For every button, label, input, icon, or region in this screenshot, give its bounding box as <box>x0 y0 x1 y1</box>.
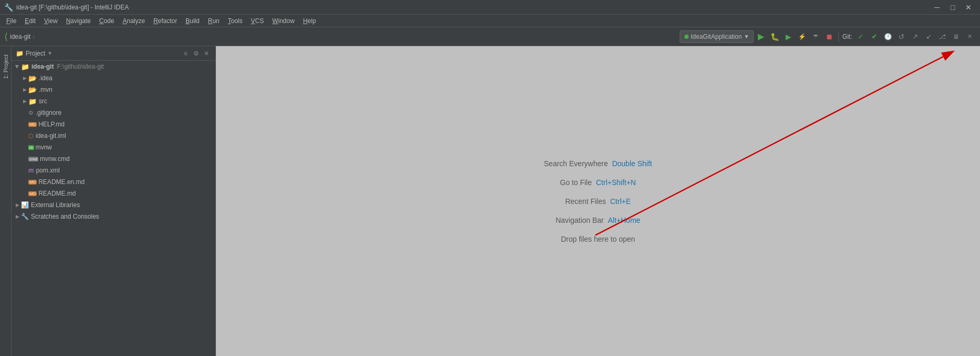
mvn-folder-icon: 📂 <box>28 86 37 94</box>
menu-run[interactable]: Run <box>204 16 224 26</box>
run-config-name: IdeaGitApplication <box>691 33 742 40</box>
debug-button[interactable]: 🐛 <box>768 30 781 43</box>
menu-window[interactable]: Window <box>268 16 299 26</box>
extlibs-icon: 📊 <box>21 201 29 209</box>
collapse-all-button[interactable]: ≡ <box>181 49 190 58</box>
readmeen-icon: MD <box>28 180 37 185</box>
app-icon: 🔧 <box>4 3 13 12</box>
goto-file-label: Go to File <box>560 178 592 187</box>
menu-help[interactable]: Help <box>299 16 320 26</box>
tree-item-mvnw[interactable]: m mvnw <box>12 142 215 153</box>
tree-arrow-scratches: ▶ <box>14 214 21 219</box>
hint-navigation-bar: Navigation Bar Alt+Home <box>556 216 640 224</box>
profile-button[interactable]: ⚡ <box>796 30 808 43</box>
folder-icon: 📁 <box>16 50 24 57</box>
menu-code[interactable]: Code <box>95 16 118 26</box>
run-button[interactable]: ▶ <box>755 30 767 43</box>
project-dropdown-icon[interactable]: ▼ <box>47 50 52 56</box>
menu-view[interactable]: View <box>40 16 62 26</box>
tree-item-idea[interactable]: ▶ 📂 .idea <box>12 72 215 84</box>
coverage-button[interactable]: ☂ <box>809 30 822 43</box>
menu-edit[interactable]: Edit <box>20 16 40 26</box>
menu-file[interactable]: File <box>2 16 20 26</box>
extlibs-label: External Libraries <box>31 201 80 209</box>
window-controls: ─ □ ✕ <box>930 2 976 13</box>
menu-bar: File Edit View Navigate Code Analyze Ref… <box>0 15 980 27</box>
tree-item-mvn[interactable]: ▶ 📂 .mvn <box>12 84 215 95</box>
run-configuration-selector[interactable]: IdeaGitApplication ▼ <box>680 30 754 43</box>
readme-icon: MD <box>28 191 37 196</box>
back-nav-icon[interactable]: ⟨ <box>4 31 8 42</box>
git-history-button[interactable]: 🕐 <box>881 30 894 43</box>
git-section: Git: ✓ ✔ 🕐 ↺ ↗ ↙ ⎇ 🖥 ✕ <box>842 30 976 43</box>
git-push-button[interactable]: ✔ <box>868 30 880 43</box>
close-panel-button[interactable]: ✕ <box>202 49 211 58</box>
tree-item-readme[interactable]: MD README.md <box>12 188 215 199</box>
tree-item-iml[interactable]: ⬡ idea-git.iml <box>12 130 215 142</box>
menu-analyze[interactable]: Analyze <box>118 16 149 26</box>
hint-recent-files: Recent Files Ctrl+E <box>565 197 630 206</box>
mvnw-icon: m <box>28 145 34 150</box>
menu-tools[interactable]: Tools <box>224 16 247 26</box>
run-with-coverage-button[interactable]: ▶ <box>782 30 794 43</box>
run-config-dot <box>684 35 689 39</box>
scratches-label: Scratches and Consoles <box>31 213 99 220</box>
hint-goto-file: Go to File Ctrl+Shift+N <box>560 178 636 187</box>
git-commit-button[interactable]: ✓ <box>854 30 867 43</box>
project-header-actions: ≡ ⚙ ✕ <box>181 49 211 58</box>
readmeen-label: README.en.md <box>38 178 84 186</box>
stop-button[interactable]: ⏹ <box>823 30 835 43</box>
close-button[interactable]: ✕ <box>961 2 976 13</box>
iml-icon: ⬡ <box>28 133 34 139</box>
minimize-button[interactable]: ─ <box>930 2 944 13</box>
tree-item-pom[interactable]: m pom.xml <box>12 165 215 176</box>
git-pull-button[interactable]: ↗ <box>909 30 921 43</box>
gitignore-label: .gitignore <box>36 109 61 116</box>
git-rollback-button[interactable]: ↺ <box>895 30 908 43</box>
tree-item-src[interactable]: ▶ 📁 src <box>12 95 215 107</box>
tree-arrow-root: ▶ <box>15 63 20 70</box>
gitignore-icon: ⚙ <box>28 110 34 116</box>
src-label: src <box>39 98 47 105</box>
menu-vcs[interactable]: VCS <box>247 16 268 26</box>
toolbar-divider-1 <box>839 31 839 42</box>
tree-root[interactable]: ▶ 📁 idea-git F:\github\idea-git <box>12 61 215 72</box>
menu-refactor[interactable]: Refactor <box>149 16 181 26</box>
maximize-button[interactable]: □ <box>945 2 960 13</box>
tree-item-readmeen[interactable]: MD README.en.md <box>12 176 215 188</box>
menu-navigate[interactable]: Navigate <box>62 16 95 26</box>
drop-files-label: Drop files here to open <box>561 235 635 243</box>
sidebar-project-tab[interactable]: 1: Project <box>2 50 10 83</box>
settings-button[interactable]: ⚙ <box>191 49 201 58</box>
tree-item-mvnwcmd[interactable]: cmd mvnw.cmd <box>12 153 215 165</box>
pom-label: pom.xml <box>36 167 60 174</box>
md-badge: MD <box>28 122 37 127</box>
tree-item-helpmd[interactable]: MD HELP.md <box>12 118 215 130</box>
recent-files-shortcut: Ctrl+E <box>610 197 630 206</box>
cmd-icon: cmd <box>28 157 38 161</box>
editor-drop-area: Search Everywhere Double Shift Go to Fil… <box>216 46 980 356</box>
git-settings-button[interactable]: ✕ <box>963 30 976 43</box>
menu-build[interactable]: Build <box>181 16 204 26</box>
git-fetch-button[interactable]: ↙ <box>922 30 935 43</box>
root-path: F:\github\idea-git <box>57 63 104 70</box>
tree-arrow-extlibs: ▶ <box>14 202 21 208</box>
project-tree: ▶ 📁 idea-git F:\github\idea-git ▶ 📂 .ide… <box>12 61 215 356</box>
navigation-bar-shortcut: Alt+Home <box>608 216 640 224</box>
breadcrumb-separator: › <box>32 33 35 40</box>
tree-item-gitignore[interactable]: ⚙ .gitignore <box>12 107 215 118</box>
sidebar-strip: 1: Project <box>0 46 12 356</box>
breadcrumb: ⟨ idea-git › <box>4 31 35 42</box>
root-label: idea-git <box>31 63 54 70</box>
tree-item-scratches[interactable]: ▶ 🔧 Scratches and Consoles <box>12 211 215 222</box>
tree-arrow-mvn: ▶ <box>21 87 28 92</box>
pom-icon: m <box>28 167 34 174</box>
git-branch-button[interactable]: ⎇ <box>936 30 949 43</box>
tree-item-extlibs[interactable]: ▶ 📊 External Libraries <box>12 199 215 211</box>
tree-arrow-src: ▶ <box>21 99 28 104</box>
breadcrumb-label: idea-git <box>10 33 30 40</box>
mvnwcmd-label: mvnw.cmd <box>40 155 70 163</box>
readme-label: README.md <box>38 190 75 197</box>
hint-drop-files: Drop files here to open <box>561 235 635 243</box>
git-windows-button[interactable]: 🖥 <box>950 30 962 43</box>
